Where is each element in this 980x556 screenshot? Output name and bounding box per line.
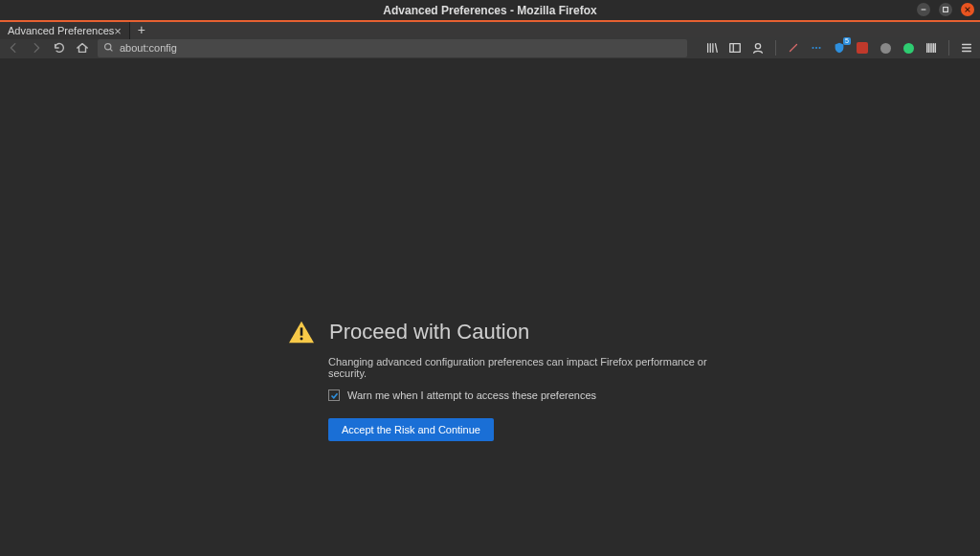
new-tab-button[interactable]: + <box>130 22 153 37</box>
window-controls <box>917 3 974 16</box>
minimize-button[interactable] <box>917 3 930 16</box>
accept-risk-button[interactable]: Accept the Risk and Continue <box>328 418 494 441</box>
overflow-icon[interactable] <box>809 40 824 56</box>
toolbar-separator <box>775 40 776 56</box>
search-icon <box>103 42 114 55</box>
svg-point-1 <box>105 43 111 49</box>
hamburger-menu-icon[interactable] <box>959 40 974 56</box>
extension-slash-icon[interactable] <box>786 40 801 56</box>
reload-button[interactable] <box>52 40 67 56</box>
svg-rect-0 <box>944 8 948 12</box>
window-title: Advanced Preferences - Mozilla Firefox <box>383 4 596 17</box>
tab-strip: Advanced Preferences × + <box>0 20 980 37</box>
tab-advanced-preferences[interactable]: Advanced Preferences × <box>0 22 130 39</box>
toolbar-right: 5 <box>704 40 974 56</box>
sidebar-icon[interactable] <box>727 40 743 56</box>
caution-body: Changing advanced configuration preferen… <box>328 356 718 441</box>
extension-badge: 5 <box>843 37 851 45</box>
svg-point-4 <box>812 47 813 49</box>
svg-point-8 <box>301 337 303 340</box>
maximize-button[interactable] <box>939 3 952 16</box>
svg-rect-7 <box>301 327 303 335</box>
extension-barcode-icon[interactable] <box>924 40 939 56</box>
svg-point-3 <box>755 44 760 49</box>
home-button[interactable] <box>75 40 90 56</box>
caution-panel: Proceed with Caution Changing advanced c… <box>287 320 718 441</box>
extension-green-icon[interactable] <box>901 40 916 56</box>
page-content: Proceed with Caution Changing advanced c… <box>0 58 980 556</box>
svg-point-5 <box>815 47 817 49</box>
extension-red-icon[interactable] <box>855 40 870 56</box>
warn-checkbox-label: Warn me when I attempt to access these p… <box>347 389 596 401</box>
account-icon[interactable] <box>750 40 766 56</box>
tab-close-icon[interactable]: × <box>114 24 122 38</box>
navigation-toolbar: 5 <box>0 37 980 58</box>
tab-label: Advanced Preferences <box>8 25 114 36</box>
back-button[interactable] <box>6 40 21 56</box>
svg-rect-2 <box>730 44 741 53</box>
warn-checkbox-row[interactable]: Warn me when I attempt to access these p… <box>328 389 718 401</box>
check-icon <box>330 391 339 400</box>
extension-grey-icon[interactable] <box>878 40 893 56</box>
forward-button[interactable] <box>29 40 44 56</box>
window-titlebar: Advanced Preferences - Mozilla Firefox <box>0 0 980 20</box>
library-icon[interactable] <box>704 40 720 56</box>
url-bar[interactable] <box>98 39 687 57</box>
close-button[interactable] <box>961 3 974 16</box>
extension-shield-icon[interactable]: 5 <box>832 40 847 56</box>
caution-header: Proceed with Caution <box>287 320 718 345</box>
toolbar-separator-2 <box>948 40 949 56</box>
warning-triangle-icon <box>287 320 316 345</box>
caution-description: Changing advanced configuration preferen… <box>328 356 718 379</box>
url-input[interactable] <box>120 42 681 54</box>
warn-checkbox[interactable] <box>328 389 340 401</box>
svg-point-6 <box>818 47 820 49</box>
caution-title: Proceed with Caution <box>329 320 529 345</box>
